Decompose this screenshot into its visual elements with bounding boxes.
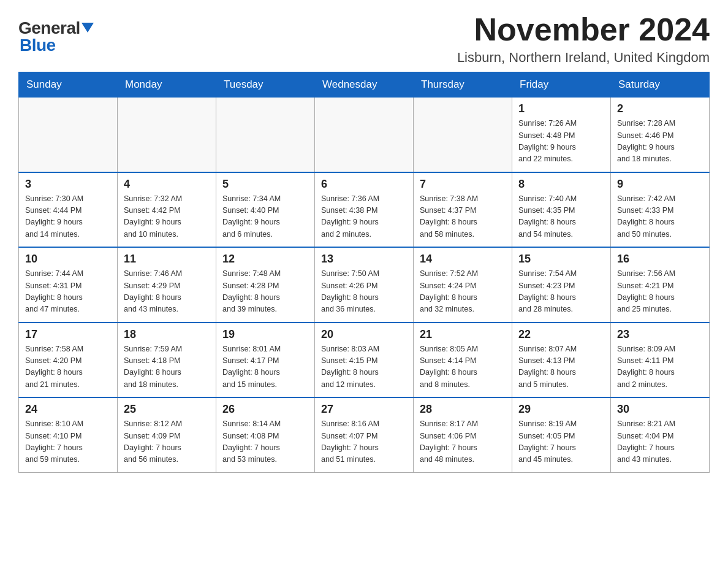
- weekday-header-thursday: Thursday: [414, 72, 512, 98]
- day-number: 17: [25, 328, 111, 341]
- day-info: Sunrise: 8:14 AMSunset: 4:08 PMDaylight:…: [222, 418, 308, 466]
- day-info: Sunrise: 8:21 AMSunset: 4:04 PMDaylight:…: [617, 418, 703, 466]
- calendar-cell: 26Sunrise: 8:14 AMSunset: 4:08 PMDayligh…: [216, 397, 315, 472]
- day-info: Sunrise: 7:48 AMSunset: 4:28 PMDaylight:…: [222, 268, 308, 316]
- calendar-cell: 1Sunrise: 7:26 AMSunset: 4:48 PMDaylight…: [512, 98, 611, 172]
- day-info: Sunrise: 7:38 AMSunset: 4:37 PMDaylight:…: [420, 193, 506, 241]
- logo-triangle-icon: [82, 23, 94, 33]
- calendar-week-row: 1Sunrise: 7:26 AMSunset: 4:48 PMDaylight…: [19, 98, 710, 172]
- weekday-header-saturday: Saturday: [611, 72, 710, 98]
- calendar-cell: 4Sunrise: 7:32 AMSunset: 4:42 PMDaylight…: [118, 172, 216, 248]
- calendar-cell: 28Sunrise: 8:17 AMSunset: 4:06 PMDayligh…: [414, 397, 512, 472]
- calendar-table: SundayMondayTuesdayWednesdayThursdayFrid…: [18, 72, 710, 473]
- calendar-cell: 17Sunrise: 7:58 AMSunset: 4:20 PMDayligh…: [19, 323, 118, 398]
- day-info: Sunrise: 7:46 AMSunset: 4:29 PMDaylight:…: [124, 268, 210, 316]
- day-number: 3: [25, 178, 111, 191]
- day-number: 27: [321, 403, 407, 416]
- day-number: 30: [617, 403, 703, 416]
- day-info: Sunrise: 7:34 AMSunset: 4:40 PMDaylight:…: [222, 193, 308, 241]
- weekday-header-monday: Monday: [118, 72, 216, 98]
- calendar-cell: 5Sunrise: 7:34 AMSunset: 4:40 PMDaylight…: [216, 172, 315, 248]
- day-info: Sunrise: 7:42 AMSunset: 4:33 PMDaylight:…: [617, 193, 703, 241]
- day-number: 9: [617, 178, 703, 191]
- calendar-cell: 20Sunrise: 8:03 AMSunset: 4:15 PMDayligh…: [315, 323, 414, 398]
- calendar-week-row: 3Sunrise: 7:30 AMSunset: 4:44 PMDaylight…: [19, 172, 710, 248]
- calendar-week-row: 24Sunrise: 8:10 AMSunset: 4:10 PMDayligh…: [19, 397, 710, 472]
- calendar-cell: 7Sunrise: 7:38 AMSunset: 4:37 PMDaylight…: [414, 172, 512, 248]
- day-number: 14: [420, 253, 506, 266]
- logo-blue: Blue: [20, 36, 56, 55]
- day-info: Sunrise: 8:12 AMSunset: 4:09 PMDaylight:…: [124, 418, 210, 466]
- calendar-cell: 29Sunrise: 8:19 AMSunset: 4:05 PMDayligh…: [512, 397, 611, 472]
- title-area: November 2024 Lisburn, Northern Ireland,…: [457, 12, 710, 66]
- weekday-header-wednesday: Wednesday: [315, 72, 414, 98]
- weekday-header-friday: Friday: [512, 72, 611, 98]
- day-info: Sunrise: 7:56 AMSunset: 4:21 PMDaylight:…: [617, 268, 703, 316]
- day-number: 22: [518, 328, 604, 341]
- day-number: 21: [420, 328, 506, 341]
- day-info: Sunrise: 7:59 AMSunset: 4:18 PMDaylight:…: [124, 343, 210, 391]
- calendar-cell: 2Sunrise: 7:28 AMSunset: 4:46 PMDaylight…: [611, 98, 710, 172]
- calendar-cell: 6Sunrise: 7:36 AMSunset: 4:38 PMDaylight…: [315, 172, 414, 248]
- calendar-cell: 11Sunrise: 7:46 AMSunset: 4:29 PMDayligh…: [118, 247, 216, 323]
- weekday-header-tuesday: Tuesday: [216, 72, 315, 98]
- day-number: 5: [222, 178, 308, 191]
- calendar-cell: 21Sunrise: 8:05 AMSunset: 4:14 PMDayligh…: [414, 323, 512, 398]
- calendar-cell: [118, 98, 216, 172]
- day-number: 7: [420, 178, 506, 191]
- day-number: 28: [420, 403, 506, 416]
- calendar-cell: [216, 98, 315, 172]
- day-number: 2: [617, 102, 703, 115]
- day-info: Sunrise: 8:17 AMSunset: 4:06 PMDaylight:…: [420, 418, 506, 466]
- calendar-cell: 13Sunrise: 7:50 AMSunset: 4:26 PMDayligh…: [315, 247, 414, 323]
- day-info: Sunrise: 7:52 AMSunset: 4:24 PMDaylight:…: [420, 268, 506, 316]
- day-info: Sunrise: 7:44 AMSunset: 4:31 PMDaylight:…: [25, 268, 111, 316]
- calendar-cell: [414, 98, 512, 172]
- calendar-cell: 30Sunrise: 8:21 AMSunset: 4:04 PMDayligh…: [611, 397, 710, 472]
- calendar-cell: 18Sunrise: 7:59 AMSunset: 4:18 PMDayligh…: [118, 323, 216, 398]
- calendar-cell: 25Sunrise: 8:12 AMSunset: 4:09 PMDayligh…: [118, 397, 216, 472]
- calendar-cell: 8Sunrise: 7:40 AMSunset: 4:35 PMDaylight…: [512, 172, 611, 248]
- month-year-title: November 2024: [457, 12, 710, 47]
- day-info: Sunrise: 7:58 AMSunset: 4:20 PMDaylight:…: [25, 343, 111, 391]
- day-number: 19: [222, 328, 308, 341]
- day-number: 16: [617, 253, 703, 266]
- day-number: 18: [124, 328, 210, 341]
- day-number: 11: [124, 253, 210, 266]
- day-info: Sunrise: 8:19 AMSunset: 4:05 PMDaylight:…: [518, 418, 604, 466]
- day-number: 23: [617, 328, 703, 341]
- calendar-cell: 14Sunrise: 7:52 AMSunset: 4:24 PMDayligh…: [414, 247, 512, 323]
- day-number: 29: [518, 403, 604, 416]
- weekday-header-sunday: Sunday: [19, 72, 118, 98]
- calendar-week-row: 10Sunrise: 7:44 AMSunset: 4:31 PMDayligh…: [19, 247, 710, 323]
- day-info: Sunrise: 7:40 AMSunset: 4:35 PMDaylight:…: [518, 193, 604, 241]
- header-area: General Blue November 2024 Lisburn, Nort…: [18, 12, 710, 66]
- day-number: 10: [25, 253, 111, 266]
- day-number: 4: [124, 178, 210, 191]
- day-info: Sunrise: 8:10 AMSunset: 4:10 PMDaylight:…: [25, 418, 111, 466]
- calendar-cell: 27Sunrise: 8:16 AMSunset: 4:07 PMDayligh…: [315, 397, 414, 472]
- day-number: 26: [222, 403, 308, 416]
- day-info: Sunrise: 7:50 AMSunset: 4:26 PMDaylight:…: [321, 268, 407, 316]
- calendar-cell: 23Sunrise: 8:09 AMSunset: 4:11 PMDayligh…: [611, 323, 710, 398]
- calendar-cell: 12Sunrise: 7:48 AMSunset: 4:28 PMDayligh…: [216, 247, 315, 323]
- calendar-cell: 24Sunrise: 8:10 AMSunset: 4:10 PMDayligh…: [19, 397, 118, 472]
- day-number: 13: [321, 253, 407, 266]
- day-number: 24: [25, 403, 111, 416]
- calendar-cell: 3Sunrise: 7:30 AMSunset: 4:44 PMDaylight…: [19, 172, 118, 248]
- day-number: 8: [518, 178, 604, 191]
- calendar-cell: [315, 98, 414, 172]
- day-number: 6: [321, 178, 407, 191]
- logo: General Blue: [18, 18, 94, 55]
- weekday-header-row: SundayMondayTuesdayWednesdayThursdayFrid…: [19, 72, 710, 98]
- day-info: Sunrise: 8:05 AMSunset: 4:14 PMDaylight:…: [420, 343, 506, 391]
- day-number: 1: [518, 102, 604, 115]
- day-info: Sunrise: 8:07 AMSunset: 4:13 PMDaylight:…: [518, 343, 604, 391]
- day-number: 20: [321, 328, 407, 341]
- day-info: Sunrise: 7:32 AMSunset: 4:42 PMDaylight:…: [124, 193, 210, 241]
- day-number: 25: [124, 403, 210, 416]
- calendar-cell: 22Sunrise: 8:07 AMSunset: 4:13 PMDayligh…: [512, 323, 611, 398]
- day-info: Sunrise: 7:26 AMSunset: 4:48 PMDaylight:…: [518, 118, 604, 166]
- calendar-cell: [19, 98, 118, 172]
- day-number: 12: [222, 253, 308, 266]
